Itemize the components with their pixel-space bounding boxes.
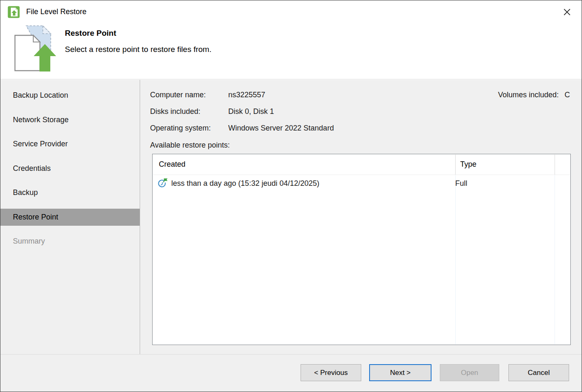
- restore-point-clock-icon: [158, 178, 168, 189]
- close-button[interactable]: [558, 5, 576, 20]
- disks-included-label: Disks included:: [150, 107, 228, 116]
- app-icon: [7, 6, 20, 18]
- operating-system-value: Windows Server 2022 Standard: [228, 124, 334, 132]
- wizard-steps-sidebar: Backup Location Network Storage Service …: [0, 80, 140, 355]
- next-button[interactable]: Next >: [369, 364, 432, 381]
- sidebar-item-credentials[interactable]: Credentials: [0, 160, 140, 177]
- sidebar-item-restore-point[interactable]: Restore Point: [0, 209, 140, 226]
- volumes-included-row: Volumes included:C: [498, 91, 570, 99]
- computer-name-label: Computer name:: [150, 91, 228, 99]
- step-title: Restore Point: [65, 29, 116, 38]
- restore-point-panel: Computer name:ns3225557 Disks included:D…: [141, 80, 582, 355]
- column-separator[interactable]: [555, 155, 555, 175]
- operating-system-label: Operating system:: [150, 124, 228, 133]
- volumes-included-label: Volumes included:: [498, 91, 559, 99]
- computer-name-value: ns3225557: [228, 91, 265, 99]
- previous-button[interactable]: < Previous: [301, 364, 361, 381]
- close-icon: [562, 7, 572, 17]
- wizard-footer: < Previous Next > Open Cancel: [0, 354, 582, 392]
- open-button: Open: [440, 364, 499, 381]
- operating-system-row: Operating system:Windows Server 2022 Sta…: [150, 124, 334, 133]
- sidebar-item-summary: Summary: [0, 233, 140, 250]
- sidebar-item-backup-location[interactable]: Backup Location: [0, 87, 140, 104]
- wizard-body: Backup Location Network Storage Service …: [0, 80, 582, 355]
- window-title: File Level Restore: [26, 7, 86, 16]
- computer-name-row: Computer name:ns3225557: [150, 91, 265, 99]
- sidebar-item-service-provider[interactable]: Service Provider: [0, 136, 140, 153]
- cancel-button[interactable]: Cancel: [508, 364, 569, 381]
- restore-point-row[interactable]: less than a day ago (15:32 jeudi 04/12/2…: [153, 175, 570, 192]
- restore-point-created-cell: less than a day ago (15:32 jeudi 04/12/2…: [153, 178, 450, 189]
- wizard-header: Restore Point Select a restore point to …: [0, 23, 582, 79]
- sidebar-item-backup[interactable]: Backup: [0, 184, 140, 201]
- disks-included-value: Disk 0, Disk 1: [228, 107, 274, 116]
- restore-point-type-cell: Full: [450, 179, 467, 188]
- restore-points-table: Created Type: [152, 154, 571, 345]
- disks-included-row: Disks included:Disk 0, Disk 1: [150, 107, 274, 116]
- column-gridline: [555, 175, 555, 344]
- column-header-created[interactable]: Created: [159, 154, 185, 175]
- step-subtitle: Select a restore point to restore files …: [65, 45, 212, 54]
- volumes-included-value: C: [565, 91, 570, 99]
- titlebar: File Level Restore: [0, 0, 582, 23]
- column-gridline: [455, 175, 456, 344]
- available-restore-points-label: Available restore points:: [150, 141, 230, 150]
- file-level-restore-dialog: File Level Restore Restore Point Select …: [0, 0, 582, 392]
- restore-point-created-text: less than a day ago (15:32 jeudi 04/12/2…: [171, 179, 319, 188]
- column-header-type[interactable]: Type: [460, 154, 476, 175]
- column-separator[interactable]: [455, 155, 456, 175]
- sidebar-item-network-storage[interactable]: Network Storage: [0, 111, 140, 128]
- restore-files-icon: [11, 24, 59, 72]
